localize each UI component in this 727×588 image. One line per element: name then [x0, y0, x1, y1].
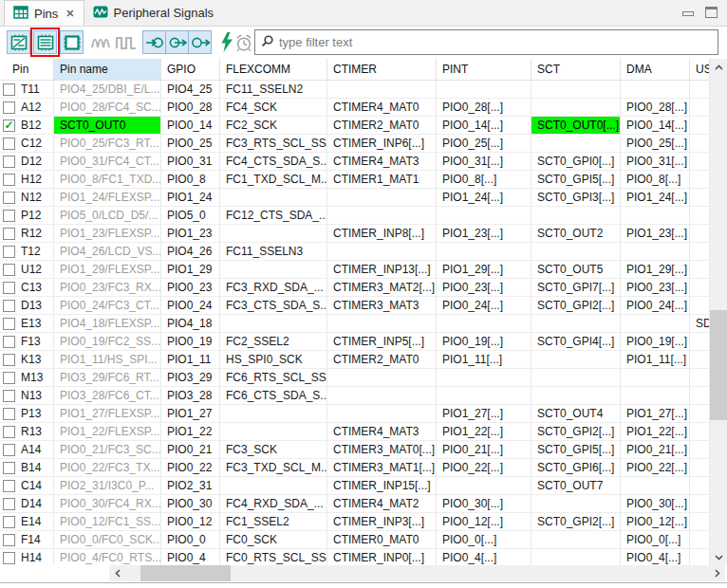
pin-checkbox[interactable]: [3, 516, 15, 528]
cell-gpio[interactable]: PIO1_24: [161, 189, 220, 207]
pin-checkbox[interactable]: [3, 300, 15, 312]
cell-pint[interactable]: PIO0_8[...]: [437, 171, 531, 189]
cell-name[interactable]: PIO0_0/FC0_SCK...: [54, 531, 161, 549]
cell-gpio[interactable]: PIO5_0: [161, 207, 220, 225]
cell-pint[interactable]: [437, 243, 531, 261]
cell-gpio[interactable]: PIO0_25: [161, 135, 220, 153]
cell-name[interactable]: PIO0_24/FC3_CT...: [54, 297, 161, 315]
cell-name[interactable]: SCT0_OUT0: [54, 117, 161, 135]
cell-ctimer[interactable]: CTIMER_INP3[...]: [327, 513, 437, 531]
table-row[interactable]: F13PIO0_19/FC2_SS...PIO0_19FC2_SSEL2CTIM…: [0, 333, 710, 351]
cell-ctimer[interactable]: CTIMER_INP8[...]: [327, 225, 437, 243]
cell-gpio[interactable]: PIO3_29: [161, 369, 220, 387]
cell-sct[interactable]: [531, 369, 621, 387]
cell-u[interactable]: [690, 261, 710, 279]
cell-sct[interactable]: SCT0_GPI5[...]: [531, 441, 621, 459]
tab-pins[interactable]: Pins ✕: [4, 0, 84, 26]
cell-u[interactable]: [690, 441, 710, 459]
cell-pint[interactable]: PIO0_23[...]: [437, 279, 531, 297]
cell-gpio[interactable]: PIO0_28: [161, 99, 220, 117]
cell-dma[interactable]: [621, 369, 690, 387]
cell-flexcomm[interactable]: FC0_RTS_SCL_SS...: [220, 549, 327, 565]
table-row[interactable]: N12PIO1_24/FLEXSP...PIO1_24PIO1_24[...]S…: [0, 189, 710, 207]
cell-u[interactable]: [690, 279, 710, 297]
pin-checkbox[interactable]: [3, 498, 15, 510]
cell-name[interactable]: PIO0_30/FC4_RX...: [54, 495, 161, 513]
cell-dma[interactable]: PIO0_28[...]: [621, 99, 690, 117]
cell-flexcomm[interactable]: FC1_SSEL2: [220, 513, 327, 531]
cell-pint[interactable]: PIO0_25[...]: [437, 135, 531, 153]
cell-flexcomm[interactable]: FC11_SSELN3: [220, 243, 327, 261]
cell-gpio[interactable]: PIO1_29: [161, 261, 220, 279]
cell-sct[interactable]: SCT0_OUT0[...]: [531, 117, 621, 135]
cell-pint[interactable]: PIO0_31[...]: [437, 153, 531, 171]
pin-checkbox[interactable]: [3, 426, 15, 438]
cell-ctimer[interactable]: CTIMER_INP15[...]: [327, 477, 437, 495]
cell-u[interactable]: [690, 477, 710, 495]
inout-signal-icon[interactable]: [188, 30, 212, 54]
table-row[interactable]: E14PIO0_12/FC1_SS...PIO0_12FC1_SSEL2CTIM…: [0, 513, 710, 531]
cell-gpio[interactable]: PIO3_28: [161, 387, 220, 405]
cell-sct[interactable]: SCT0_GPI4[...]: [531, 333, 621, 351]
cell-sct[interactable]: SCT0_GPI3[...]: [531, 189, 621, 207]
cell-u[interactable]: [690, 333, 710, 351]
table-row[interactable]: H14PIO0_4/FC0_RTS...PIO0_4FC0_RTS_SCL_SS…: [0, 549, 710, 565]
cell-u[interactable]: [690, 297, 710, 315]
pin-checkbox-checked[interactable]: ✓: [3, 119, 15, 132]
cell-ctimer[interactable]: CTIMER2_MAT0: [327, 351, 437, 369]
cell-flexcomm[interactable]: [220, 423, 327, 441]
pin-checkbox[interactable]: [3, 336, 15, 348]
table-row[interactable]: A12PIO0_28/FC4_SC...PIO0_28FC4_SCKCTIMER…: [0, 99, 710, 117]
cell-u[interactable]: [690, 423, 710, 441]
cell-gpio[interactable]: PIO0_30: [161, 495, 220, 513]
cell-sct[interactable]: [531, 243, 621, 261]
cell-pint[interactable]: PIO0_22[...]: [437, 459, 531, 477]
cell-name[interactable]: PIO1_24/FLEXSP...: [54, 189, 161, 207]
cell-flexcomm[interactable]: FC11_SSELN2: [220, 81, 327, 99]
cell-pint[interactable]: PIO1_27[...]: [437, 405, 531, 423]
cell-name[interactable]: PIO0_22/FC3_TX...: [54, 459, 161, 477]
cell-name[interactable]: PIO0_28/FC4_SC...: [54, 99, 161, 117]
cell-pint[interactable]: PIO1_24[...]: [437, 189, 531, 207]
cell-sct[interactable]: [531, 351, 621, 369]
cell-u[interactable]: [690, 99, 710, 117]
cell-name[interactable]: PIO1_23/FLEXSP...: [54, 225, 161, 243]
table-row[interactable]: R12PIO1_23/FLEXSP...PIO1_23CTIMER_INP8[.…: [0, 225, 710, 243]
cell-gpio[interactable]: PIO4_26: [161, 243, 220, 261]
cell-u[interactable]: [690, 225, 710, 243]
cell-dma[interactable]: PIO0_19[...]: [621, 333, 690, 351]
pin-checkbox[interactable]: [3, 174, 15, 186]
table-row[interactable]: R13PIO1_22/FLEXSP...PIO1_22CTIMER4_MAT3P…: [0, 423, 710, 441]
table-row[interactable]: P13PIO1_27/FLEXSP...PIO1_27PIO1_27[...]S…: [0, 405, 710, 423]
scroll-down-icon[interactable]: [710, 549, 727, 565]
analog-waveform-icon[interactable]: [89, 30, 113, 54]
table-row[interactable]: F14PIO0_0/FC0_SCK...PIO0_0FC0_SCKCTIMER0…: [0, 531, 710, 549]
cell-ctimer[interactable]: [327, 405, 437, 423]
cell-ctimer[interactable]: CTIMER4_MAT0: [327, 99, 437, 117]
cell-dma[interactable]: PIO1_11[...]: [621, 351, 690, 369]
cell-u[interactable]: [690, 153, 710, 171]
pin-checkbox[interactable]: [3, 192, 15, 204]
cell-pint[interactable]: PIO0_28[...]: [437, 99, 531, 117]
cell-u[interactable]: [690, 531, 710, 549]
cell-sct[interactable]: SCT0_GPI2[...]: [531, 513, 621, 531]
cell-u[interactable]: SD: [690, 315, 710, 333]
cell-gpio[interactable]: PIO1_23: [161, 225, 220, 243]
cell-name[interactable]: PIO0_21/FC3_SC...: [54, 441, 161, 459]
cell-dma[interactable]: PIO0_14[...]: [621, 117, 690, 135]
pin-checkbox[interactable]: [3, 282, 15, 294]
cell-sct[interactable]: SCT0_OUT4: [531, 405, 621, 423]
pin-checkbox[interactable]: [3, 354, 15, 366]
cell-u[interactable]: [690, 189, 710, 207]
cell-name[interactable]: PIO3_29/FC6_RT...: [54, 369, 161, 387]
cell-sct[interactable]: [531, 387, 621, 405]
cell-name[interactable]: PIO4_18/FLEXSP...: [54, 315, 161, 333]
column-header-name[interactable]: Pin name: [54, 59, 161, 81]
cell-ctimer[interactable]: [327, 81, 437, 99]
cell-name[interactable]: PIO0_8/FC1_TXD...: [54, 171, 161, 189]
cell-pint[interactable]: [437, 387, 531, 405]
cell-name[interactable]: PIO4_25/DBI_E/L...: [54, 81, 161, 99]
cell-gpio[interactable]: PIO0_12: [161, 513, 220, 531]
cell-dma[interactable]: PIO1_29[...]: [621, 261, 690, 279]
cell-flexcomm[interactable]: [220, 405, 327, 423]
